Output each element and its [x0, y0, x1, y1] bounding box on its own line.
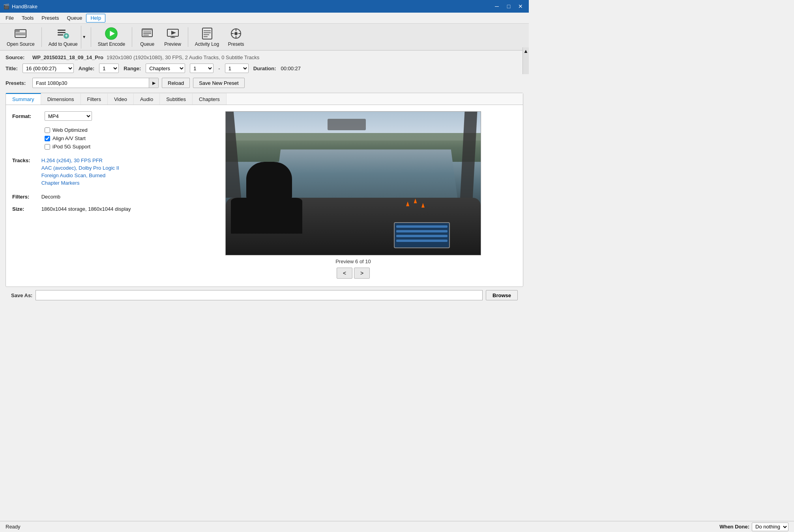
svg-rect-12 [142, 29, 152, 30]
toolbar-scrollbar[interactable]: ▲ [522, 47, 529, 74]
person-body [231, 198, 302, 234]
activity-log-button[interactable]: Activity Log [191, 26, 223, 49]
start-encode-label: Start Encode [98, 41, 125, 47]
add-queue-main[interactable]: + Add to Queue [45, 26, 81, 49]
web-optimized-label[interactable]: Web Optimized [52, 127, 88, 133]
filters-label: Filters: [12, 194, 40, 200]
tab-subtitles[interactable]: Subtitles [160, 93, 193, 105]
tracks-values: H.264 (x264), 30 FPS PFR AAC (avcodec), … [41, 157, 119, 187]
tab-audio[interactable]: Audio [134, 93, 160, 105]
presets-toolbar-label: Presets [228, 41, 244, 47]
source-row: Source: WP_20150321_18_09_14_Pro 1920x10… [6, 54, 523, 60]
range-select[interactable]: Chapters [146, 64, 185, 73]
track-audio: AAC (avcodec), Dolby Pro Logic II [41, 165, 119, 171]
svg-rect-22 [204, 32, 211, 33]
queue-button[interactable]: Queue [135, 26, 159, 49]
svg-rect-21 [204, 30, 211, 31]
presets-button[interactable]: Presets [224, 26, 248, 49]
title-bar-left: 🎬 HandBrake [3, 4, 37, 9]
preview-navigation: < > [337, 268, 370, 279]
format-select[interactable]: MP4 MKV [45, 111, 92, 121]
reload-button[interactable]: Reload [162, 78, 190, 88]
svg-rect-14 [143, 33, 151, 34]
activity-log-label: Activity Log [195, 41, 219, 47]
screen-line-3 [396, 235, 448, 237]
screen-line-2 [396, 230, 448, 232]
tab-dimensions[interactable]: Dimensions [41, 93, 81, 105]
svg-point-26 [234, 32, 238, 35]
align-av-label[interactable]: Align A/V Start [52, 135, 86, 141]
angle-select[interactable]: 1 [99, 64, 119, 73]
add-queue-dropdown-arrow[interactable]: ▼ [81, 26, 87, 49]
toolbar-container: Open Source + Add to Queue ▼ [0, 24, 529, 51]
track-chapters: Chapter Markers [41, 180, 119, 186]
title-select[interactable]: 16 (00:00:27) [22, 64, 74, 73]
align-av-checkbox[interactable] [45, 136, 50, 141]
web-optimized-checkbox[interactable] [45, 127, 50, 133]
preview-prev-button[interactable]: < [337, 268, 352, 279]
queue-label: Queue [140, 41, 154, 47]
menu-help[interactable]: Help [86, 14, 105, 22]
title-bar: 🎬 HandBrake ─ □ ✕ [0, 0, 529, 13]
rearview-mirror [328, 119, 366, 130]
start-encode-button[interactable]: Start Encode [94, 26, 129, 49]
title-row: Title: 16 (00:00:27) Angle: 1 Range: Cha… [6, 64, 523, 73]
close-button[interactable]: ✕ [515, 2, 526, 11]
chapters-start-select[interactable]: 1 [190, 64, 213, 73]
svg-rect-6 [58, 34, 63, 36]
open-source-label: Open Source [7, 41, 35, 47]
restore-button[interactable]: □ [504, 2, 514, 11]
preview-button[interactable]: Preview [161, 26, 185, 49]
angle-label: Angle: [79, 66, 94, 71]
tab-summary[interactable]: Summary [6, 93, 41, 105]
preview-caption: Preview 6 of 10 [335, 259, 371, 264]
web-optimized-row: Web Optimized [45, 127, 182, 133]
preview-next-button[interactable]: > [354, 268, 370, 279]
ipod-checkbox[interactable] [45, 144, 50, 150]
separator-4 [188, 27, 188, 47]
save-new-preset-button[interactable]: Save New Preset [193, 78, 244, 88]
browse-button[interactable]: Browse [486, 290, 518, 300]
svg-rect-24 [204, 36, 208, 37]
preview-image [225, 111, 481, 255]
track-video: H.264 (x264), 30 FPS PFR [41, 157, 119, 163]
duration-label: Duration: [253, 66, 276, 71]
save-as-input[interactable] [36, 290, 483, 300]
separator-2 [91, 27, 91, 47]
car-screen [394, 222, 450, 248]
title-bar-controls: ─ □ ✕ [492, 2, 526, 11]
add-to-queue-button[interactable]: + Add to Queue ▼ [45, 26, 88, 49]
add-queue-label: Add to Queue [49, 41, 78, 47]
svg-rect-15 [143, 35, 149, 36]
save-as-row: Save As: Browse [6, 287, 523, 303]
align-av-row: Align A/V Start [45, 135, 182, 141]
open-source-button[interactable]: Open Source [3, 26, 38, 49]
screen-line-1 [396, 225, 448, 228]
svg-rect-5 [58, 32, 66, 33]
app-title: HandBrake [12, 4, 37, 9]
right-panel: Preview 6 of 10 < > [190, 111, 517, 280]
menu-presets[interactable]: Presets [37, 14, 63, 22]
tab-filters[interactable]: Filters [81, 93, 108, 105]
minimize-button[interactable]: ─ [492, 2, 502, 11]
tab-video[interactable]: Video [108, 93, 134, 105]
chapters-separator: - [218, 66, 220, 71]
source-meta: 1920x1080 (1920x1080), 30 FPS, 2 Audio T… [107, 54, 259, 60]
chapters-end-select[interactable]: 1 [225, 64, 249, 73]
tab-chapters[interactable]: Chapters [193, 93, 227, 105]
preset-selector[interactable]: Fast 1080p30 ▶ [32, 78, 159, 88]
presets-icon [230, 27, 242, 40]
ipod-label[interactable]: iPod 5G Support [52, 144, 90, 150]
menu-file[interactable]: File [2, 14, 18, 22]
left-panel: Format: MP4 MKV Web Optimized Align A/V … [12, 111, 182, 280]
svg-marker-17 [171, 31, 176, 35]
tab-content: Format: MP4 MKV Web Optimized Align A/V … [6, 105, 523, 287]
menu-tools[interactable]: Tools [18, 14, 37, 22]
menu-bar: File Tools Presets Queue Help [0, 13, 529, 24]
preset-dropdown-arrow[interactable]: ▶ [149, 78, 158, 88]
separator-3 [132, 27, 132, 47]
svg-rect-13 [143, 32, 151, 32]
start-encode-icon [105, 27, 118, 40]
format-label: Format: [12, 113, 40, 119]
menu-queue[interactable]: Queue [63, 14, 86, 22]
